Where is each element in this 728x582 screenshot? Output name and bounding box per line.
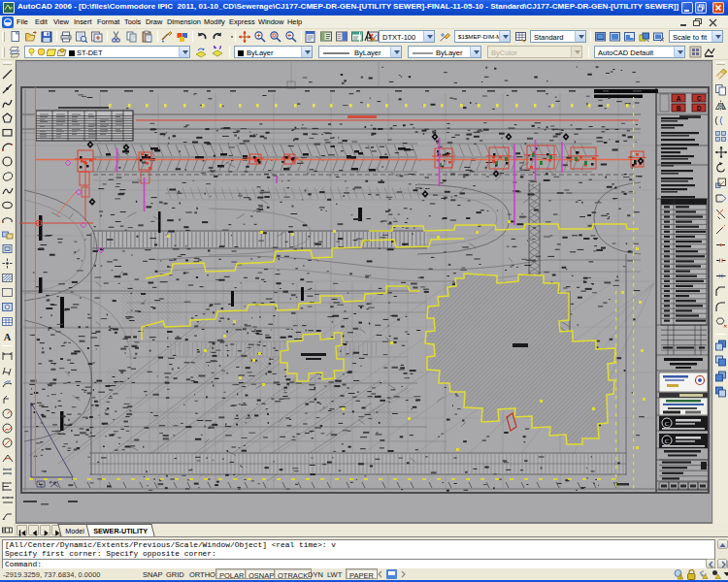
svg-text:C: C (665, 420, 670, 428)
svg-text:A: A (677, 95, 681, 102)
svg-text:C: C (697, 95, 702, 102)
svg-text:D: D (697, 105, 702, 112)
svg-text:!: ! (679, 574, 680, 580)
svg-text:B: B (677, 105, 681, 112)
svg-text:A: A (4, 332, 12, 342)
svg-text:C: C (665, 437, 670, 445)
